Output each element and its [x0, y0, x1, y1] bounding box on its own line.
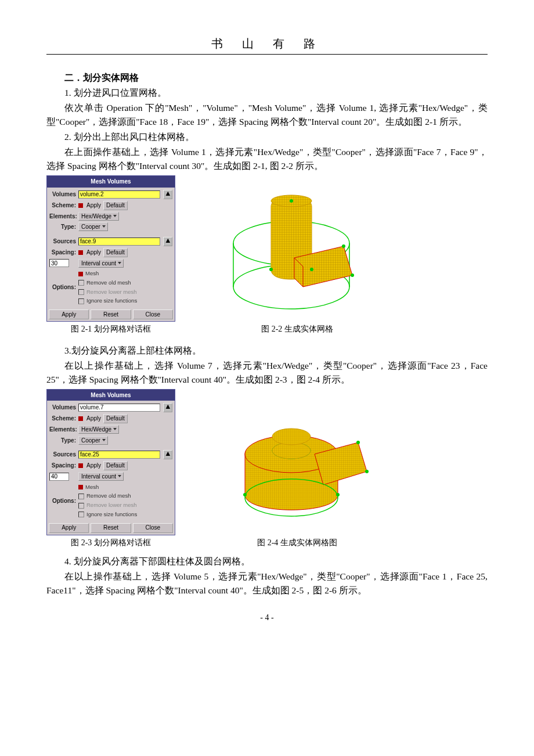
opt-mesh[interactable]: Mesh: [85, 484, 99, 490]
checkbox-icon[interactable]: [78, 512, 84, 517]
flag-icon: [78, 485, 83, 489]
svg-point-17: [243, 493, 247, 496]
volumes-input[interactable]: volume.7: [78, 404, 160, 412]
checkbox-icon[interactable]: [78, 494, 84, 499]
opt-remove-lower: Remove lower mesh: [86, 502, 137, 508]
spacing-value-input[interactable]: 30: [49, 259, 69, 267]
type-label: Type:: [49, 436, 78, 445]
opt-remove-lower: Remove lower mesh: [86, 289, 137, 295]
mesh-volumes-dialog-1: Mesh Volumes Volumes volume.2 ⯅ Scheme: …: [46, 175, 175, 322]
svg-point-20: [365, 470, 369, 473]
scheme-label: Scheme:: [49, 201, 78, 210]
elements-dropdown[interactable]: Hex/Wedge: [78, 425, 119, 434]
page-number: - 4 -: [46, 611, 488, 624]
opt-remove-old[interactable]: Remove old mesh: [86, 279, 131, 286]
header-rule: [46, 54, 488, 55]
spacing-dropdown[interactable]: Interval count: [78, 259, 124, 268]
elements-dropdown[interactable]: Hex/Wedge: [78, 212, 119, 221]
flag-icon: [78, 416, 83, 421]
flag-icon: [78, 272, 83, 276]
volumes-input[interactable]: volume.2: [78, 190, 160, 199]
opt-mesh[interactable]: Mesh: [85, 270, 99, 276]
step4-title: 4. 划分旋风分离器下部圆柱柱体及圆台网格。: [46, 555, 488, 568]
checkbox-icon[interactable]: [78, 298, 84, 304]
scheme-label: Scheme:: [49, 414, 78, 423]
caption-2-3: 图 2-3 划分网格对话框: [71, 537, 151, 549]
svg-point-7: [269, 268, 273, 271]
dialog-title: Mesh Volumes: [47, 176, 175, 188]
pick-icon[interactable]: ⯅: [163, 190, 172, 199]
dialog-title: Mesh Volumes: [47, 390, 175, 401]
default-button[interactable]: Default: [103, 414, 128, 423]
step3-title: 3.划分旋风分离器上部柱体网格。: [46, 344, 488, 358]
reset-button[interactable]: Reset: [91, 309, 131, 319]
sources-label: Sources: [49, 450, 78, 459]
mesh-volumes-dialog-2: Mesh Volumes Volumes volume.7 ⯅ Scheme: …: [46, 389, 175, 535]
type-dropdown[interactable]: Cooper: [78, 222, 108, 231]
svg-point-15: [272, 429, 311, 445]
spacing-dropdown[interactable]: Interval count: [78, 472, 124, 481]
step1-body: 依次单击 Operation 下的"Mesh"，"Volume"，"Mesh V…: [46, 101, 488, 129]
step2-body: 在上面操作基础上，选择 Volume 1，选择元素"Hex/Wedge"，类型"…: [46, 145, 488, 173]
caption-2-4: 图 2-4 生成实体网格图: [257, 537, 337, 549]
opt-ignore[interactable]: Ignore size functions: [86, 511, 137, 517]
svg-point-9: [342, 244, 345, 248]
type-label: Type:: [49, 222, 78, 232]
sources-label: Sources: [49, 237, 78, 246]
options-label: Options:: [49, 283, 78, 292]
default-button[interactable]: Default: [103, 248, 128, 257]
spacing-label: Spacing:: [49, 248, 78, 257]
volumes-label: Volumes: [49, 190, 78, 199]
default-button[interactable]: Default: [103, 201, 128, 210]
apply-text: Apply: [86, 201, 101, 210]
elements-label: Elements:: [49, 425, 78, 434]
flag-icon: [78, 203, 83, 208]
svg-point-10: [351, 273, 354, 277]
opt-remove-old[interactable]: Remove old mesh: [86, 492, 131, 499]
svg-point-8: [310, 268, 313, 271]
caption-2-2: 图 2-2 生成实体网格: [261, 323, 333, 336]
apply-text: Apply: [86, 461, 101, 470]
sources-input[interactable]: face.9: [78, 237, 160, 246]
close-button[interactable]: Close: [133, 523, 173, 533]
apply-text: Apply: [86, 248, 101, 257]
type-dropdown[interactable]: Cooper: [78, 436, 108, 445]
checkbox-icon: [78, 503, 84, 509]
close-button[interactable]: Close: [133, 309, 173, 319]
checkbox-icon[interactable]: [78, 280, 84, 286]
pick-icon[interactable]: ⯅: [163, 237, 172, 246]
flag-icon: [78, 463, 83, 468]
default-button[interactable]: Default: [103, 461, 128, 470]
spacing-label: Spacing:: [49, 461, 78, 470]
step1-title: 1. 划分进风口位置网格。: [46, 86, 488, 100]
sources-input[interactable]: face.25: [78, 451, 160, 459]
step3-body: 在以上操作基础上，选择 Volume 7，选择元素"Hex/Wedge"，类型"…: [46, 359, 488, 387]
figure-row-1: Mesh Volumes Volumes volume.2 ⯅ Scheme: …: [46, 175, 488, 336]
apply-button[interactable]: Apply: [49, 309, 89, 319]
caption-2-1: 图 2-1 划分网格对话框: [71, 323, 151, 336]
checkbox-icon: [78, 289, 84, 295]
page-header: 书 山 有 路: [46, 35, 488, 53]
figure-row-2: Mesh Volumes Volumes volume.7 ⯅ Scheme: …: [46, 389, 488, 549]
step4-body: 在以上操作基础上，选择 Volume 5，选择元素"Hex/Wedge"，类型"…: [46, 570, 488, 597]
section-heading: 二．划分实体网格: [46, 71, 488, 85]
step2-title: 2. 划分出上部出风口柱体网格。: [46, 130, 488, 144]
reset-button[interactable]: Reset: [91, 523, 131, 533]
pick-icon[interactable]: ⯅: [163, 403, 172, 412]
volumes-label: Volumes: [49, 403, 78, 412]
mesh-figure-2-4: [222, 402, 373, 535]
elements-label: Elements:: [49, 212, 78, 221]
svg-point-19: [356, 441, 360, 444]
flag-icon: [78, 250, 83, 255]
opt-ignore[interactable]: Ignore size functions: [86, 297, 137, 304]
apply-button[interactable]: Apply: [49, 523, 89, 533]
apply-text: Apply: [86, 414, 101, 423]
spacing-value-input[interactable]: 40: [49, 473, 69, 481]
svg-point-6: [290, 199, 293, 203]
pick-icon[interactable]: ⯅: [163, 450, 172, 459]
svg-point-18: [336, 493, 340, 496]
options-label: Options:: [49, 496, 78, 506]
mesh-figure-2-2: [222, 188, 373, 322]
